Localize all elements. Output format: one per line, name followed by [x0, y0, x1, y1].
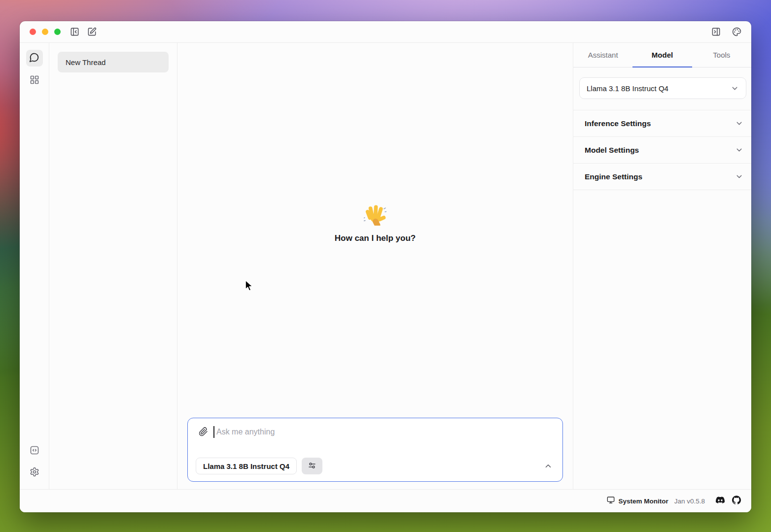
thread-list-panel: New Thread — [49, 43, 177, 489]
left-rail — [20, 43, 49, 489]
model-dropdown[interactable]: Llama 3.1 8B Instruct Q4 — [579, 77, 746, 99]
panel-right-close-icon[interactable] — [711, 27, 721, 37]
titlebar — [20, 21, 751, 43]
tab-model[interactable]: Model — [632, 43, 692, 67]
app-version-label: Jan v0.5.8 — [674, 498, 705, 505]
compose-icon[interactable] — [87, 27, 97, 37]
jan-app-window: New Thread — [20, 21, 751, 512]
greeting-text: How can I help you? — [177, 233, 573, 243]
thread-title: New Thread — [66, 58, 105, 66]
chat-input[interactable] — [188, 425, 562, 439]
model-dropdown-value: Llama 3.1 8B Instruct Q4 — [587, 84, 668, 93]
section-engine-settings[interactable]: Engine Settings — [573, 164, 751, 190]
zoom-button[interactable] — [54, 29, 61, 35]
chevron-up-icon[interactable] — [544, 462, 553, 470]
system-monitor-button[interactable]: System Monitor — [607, 496, 668, 506]
sliders-icon — [308, 461, 316, 471]
section-model-settings[interactable]: Model Settings — [573, 137, 751, 164]
close-button[interactable] — [30, 29, 36, 35]
input-toolbar: Llama 3.1 8B Instruct Q4 — [196, 458, 553, 474]
content-area: New Thread — [20, 43, 751, 489]
section-label: Inference Settings — [585, 119, 651, 128]
grid-icon — [30, 75, 39, 87]
system-monitor-label: System Monitor — [618, 498, 668, 505]
chat-input-box: Llama 3.1 8B Instruct Q4 — [187, 418, 563, 482]
settings-gear-icon — [30, 467, 39, 479]
palette-icon[interactable] — [732, 27, 741, 37]
settings-sections: Inference Settings Model Settings Engine… — [573, 110, 751, 190]
section-label: Model Settings — [585, 146, 639, 155]
github-icon[interactable] — [732, 496, 741, 506]
chevron-down-icon — [731, 84, 739, 93]
traffic-lights — [30, 29, 61, 35]
chevron-down-icon — [735, 119, 743, 128]
settings-tabs: Assistant Model Tools — [573, 43, 751, 67]
threads-nav-button[interactable] — [26, 50, 43, 66]
status-bar: System Monitor Jan v0.5.8 — [20, 489, 751, 512]
tab-assistant[interactable]: Assistant — [573, 43, 632, 67]
monitor-icon — [607, 496, 615, 506]
tab-tools[interactable]: Tools — [692, 43, 751, 67]
thread-list-item[interactable]: New Thread — [58, 52, 169, 72]
local-api-button[interactable] — [26, 443, 43, 460]
chat-area: How can I help you? Llama 3.1 8B Instruc… — [177, 43, 573, 489]
panel-left-close-icon[interactable] — [70, 27, 79, 37]
chevron-down-icon — [735, 146, 743, 154]
waving-hand-emoji — [364, 219, 386, 227]
chat-icon — [29, 52, 39, 65]
minimize-button[interactable] — [42, 29, 48, 35]
right-settings-panel: Assistant Model Tools Llama 3.1 8B Instr… — [573, 43, 751, 489]
code-icon — [30, 445, 39, 457]
hub-nav-button[interactable] — [26, 72, 43, 89]
discord-icon[interactable] — [716, 496, 725, 506]
section-inference-settings[interactable]: Inference Settings — [573, 110, 751, 137]
settings-button[interactable] — [26, 465, 43, 481]
section-label: Engine Settings — [585, 172, 642, 181]
model-settings-button[interactable] — [302, 458, 322, 474]
chevron-down-icon — [735, 172, 743, 181]
greeting-block: How can I help you? — [177, 203, 573, 243]
model-selector-button[interactable]: Llama 3.1 8B Instruct Q4 — [196, 458, 297, 474]
